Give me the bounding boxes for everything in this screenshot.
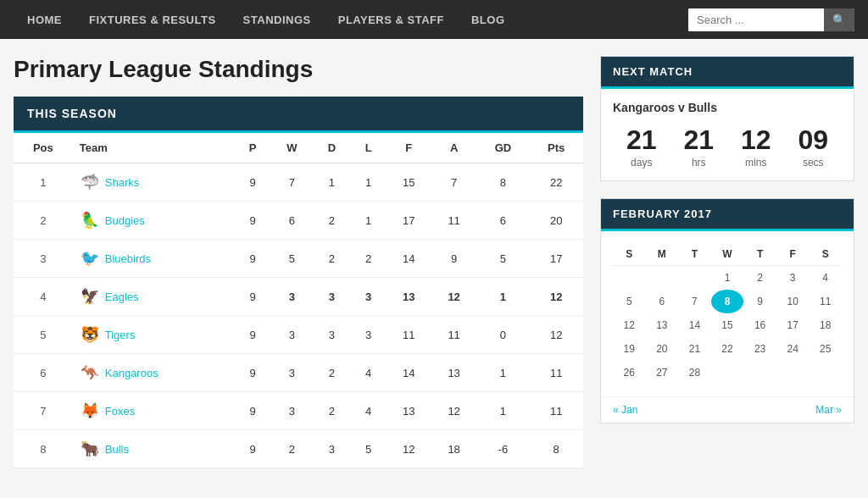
- nav-players[interactable]: PLAYERS & STAFF: [325, 0, 458, 39]
- cal-day[interactable]: 24: [776, 337, 810, 361]
- cell-p: 9: [234, 354, 270, 392]
- cell-team: 🦅 Eagles: [73, 278, 235, 316]
- search-input[interactable]: [688, 8, 824, 31]
- cal-day[interactable]: 7: [678, 290, 711, 313]
- cal-day[interactable]: 11: [809, 290, 842, 313]
- cal-day[interactable]: 9: [743, 290, 776, 313]
- table-row: 5 🐯 Tigers 9 3 3 3 11 11 0 12: [14, 316, 583, 354]
- cal-day[interactable]: 22: [711, 337, 744, 361]
- cell-d: 2: [313, 392, 350, 430]
- cell-gd: 1: [476, 278, 529, 316]
- main-container: Primary League Standings THIS SEASON Pos…: [0, 39, 868, 485]
- cell-p: 9: [234, 430, 270, 468]
- cal-day[interactable]: 1: [711, 266, 744, 290]
- cal-day[interactable]: 4: [809, 266, 842, 290]
- team-icon: 🦈: [80, 172, 100, 192]
- cal-day[interactable]: 20: [646, 337, 679, 361]
- countdown: 21 days 21 hrs 12 mins 09 secs: [613, 126, 842, 169]
- cell-a: 7: [431, 163, 476, 202]
- team-link[interactable]: Foxes: [105, 405, 135, 418]
- cell-w: 3: [271, 354, 314, 392]
- cal-empty: [743, 361, 776, 385]
- cell-pts: 11: [529, 354, 583, 392]
- team-icon: 🦅: [80, 286, 100, 307]
- team-icon: 🦘: [80, 362, 100, 383]
- col-w: W: [271, 133, 314, 163]
- cal-day[interactable]: 27: [646, 361, 679, 385]
- nav-blog[interactable]: BLOG: [458, 0, 519, 39]
- next-match-header: NEXT MATCH: [601, 57, 854, 89]
- cell-l: 1: [351, 202, 387, 240]
- nav-standings[interactable]: STANDINGS: [230, 0, 325, 39]
- cell-p: 9: [234, 240, 270, 278]
- table-row: 6 🦘 Kangaroos 9 3 2 4 14 13 1 11: [14, 354, 583, 392]
- team-link[interactable]: Bluebirds: [105, 252, 151, 265]
- cell-w: 7: [271, 163, 314, 202]
- cell-pos: 4: [14, 278, 73, 316]
- cal-day[interactable]: 28: [678, 361, 711, 385]
- cal-day[interactable]: 18: [809, 313, 842, 337]
- team-link[interactable]: Eagles: [105, 290, 139, 303]
- cell-a: 12: [431, 278, 476, 316]
- cell-f: 13: [387, 392, 431, 430]
- cell-p: 9: [234, 163, 270, 202]
- countdown-secs: 09 secs: [798, 126, 828, 169]
- team-link[interactable]: Sharks: [105, 176, 139, 189]
- team-link[interactable]: Bulls: [105, 443, 129, 456]
- cal-day[interactable]: 26: [613, 361, 646, 385]
- hrs-label: hrs: [692, 157, 706, 169]
- cal-day[interactable]: 8: [711, 290, 744, 313]
- cal-day[interactable]: 13: [646, 313, 679, 337]
- cal-day[interactable]: 6: [646, 290, 679, 313]
- nav-home[interactable]: HOME: [14, 0, 75, 39]
- team-link[interactable]: Kangaroos: [105, 367, 159, 379]
- col-pts: Pts: [529, 133, 583, 163]
- cell-pos: 2: [14, 202, 73, 240]
- prev-month-nav[interactable]: « Jan: [613, 404, 637, 416]
- cal-day[interactable]: 5: [613, 290, 646, 313]
- cell-pts: 8: [529, 430, 583, 468]
- cal-day[interactable]: 12: [613, 313, 646, 337]
- cal-label-fri: F: [776, 248, 810, 260]
- cal-day[interactable]: 15: [711, 313, 744, 337]
- cell-gd: 6: [476, 202, 529, 240]
- team-link[interactable]: Budgies: [105, 214, 145, 227]
- team-link[interactable]: Tigers: [105, 329, 136, 341]
- cell-a: 13: [431, 354, 476, 392]
- cal-day[interactable]: 19: [613, 337, 646, 361]
- search-button[interactable]: 🔍: [824, 8, 854, 31]
- cell-pos: 1: [14, 163, 73, 202]
- cell-l: 2: [351, 240, 387, 278]
- next-month-nav[interactable]: Mar »: [815, 404, 842, 416]
- cell-d: 3: [313, 316, 350, 354]
- cell-l: 5: [351, 430, 387, 468]
- cell-pos: 6: [14, 354, 73, 392]
- cal-day[interactable]: 14: [678, 313, 711, 337]
- cal-day[interactable]: 16: [743, 313, 776, 337]
- cal-day[interactable]: 2: [743, 266, 776, 290]
- nav-fixtures[interactable]: FIXTURES & RESULTS: [75, 0, 230, 39]
- secs-label: secs: [803, 157, 824, 169]
- cell-pos: 5: [14, 316, 73, 354]
- cell-l: 1: [351, 163, 387, 202]
- cal-label-wed: W: [711, 248, 744, 260]
- secs-value: 09: [798, 126, 828, 153]
- cal-day[interactable]: 21: [678, 337, 711, 361]
- cell-gd: 5: [476, 240, 529, 278]
- cal-day[interactable]: 25: [809, 337, 842, 361]
- cell-p: 9: [234, 202, 270, 240]
- cal-day[interactable]: 10: [776, 290, 810, 313]
- cal-empty: [613, 266, 646, 290]
- cal-day[interactable]: 3: [776, 266, 810, 290]
- cell-team: 🦜 Budgies: [73, 202, 235, 240]
- calendar-day-labels: S M T W T F S: [613, 243, 842, 266]
- cal-empty: [809, 361, 842, 385]
- cell-team: 🐂 Bulls: [73, 430, 235, 468]
- cal-day[interactable]: 17: [776, 313, 810, 337]
- cell-pts: 12: [529, 278, 583, 316]
- cal-day[interactable]: 23: [743, 337, 776, 361]
- cal-label-mon: M: [646, 248, 679, 260]
- days-value: 21: [626, 126, 657, 153]
- col-pos: Pos: [14, 133, 73, 163]
- col-a: A: [431, 133, 476, 163]
